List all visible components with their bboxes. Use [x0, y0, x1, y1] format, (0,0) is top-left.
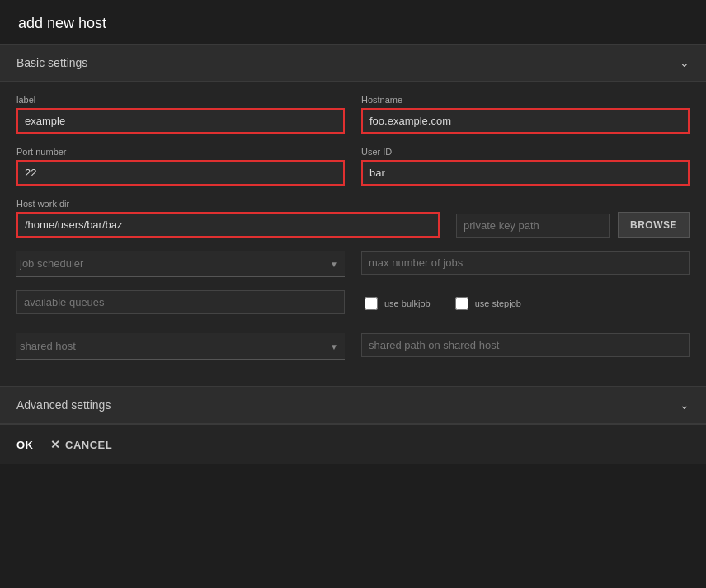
label-input[interactable]	[16, 108, 345, 134]
browse-button[interactable]: BROWSE	[618, 212, 690, 238]
workdir-field: Host work dir	[16, 199, 440, 238]
row-queues-checkboxes: use bulkjob use stepjob	[16, 290, 690, 320]
stepjob-checkbox[interactable]	[455, 297, 468, 310]
available-queues-input[interactable]	[16, 290, 345, 314]
basic-settings-label: Basic settings	[16, 56, 87, 69]
cancel-icon: ✕	[50, 438, 61, 451]
row-scheduler-maxjobs: job scheduler	[16, 251, 690, 277]
max-jobs-input[interactable]	[361, 251, 690, 275]
port-input[interactable]	[16, 160, 345, 186]
stepjob-label: use stepjob	[475, 299, 521, 308]
stepjob-checkbox-item: use stepjob	[455, 297, 521, 310]
label-field-label: label	[16, 95, 345, 105]
userid-label: User ID	[361, 147, 690, 157]
shared-path-field	[361, 333, 690, 360]
checkboxes-field: use bulkjob use stepjob	[361, 290, 690, 320]
page-title: add new host	[0, 0, 706, 44]
shared-path-input[interactable]	[361, 333, 690, 357]
job-scheduler-field: job scheduler	[16, 251, 345, 277]
hostname-field: Hostname	[361, 95, 690, 134]
privatekey-field	[456, 210, 610, 238]
basic-settings-chevron-icon: ⌄	[680, 56, 690, 69]
bulkjob-checkbox[interactable]	[365, 297, 378, 310]
userid-field: User ID	[361, 147, 690, 186]
basic-settings-body: label Hostname Port number User ID Host …	[0, 82, 706, 386]
row-workdir-privatekey: Host work dir BROWSE	[16, 199, 690, 238]
label-field: label	[16, 95, 345, 134]
footer: OK ✕ CANCEL	[0, 424, 706, 464]
row-port-userid: Port number User ID	[16, 147, 690, 186]
ok-button[interactable]: OK	[16, 439, 34, 451]
privatekey-input[interactable]	[456, 214, 610, 238]
privatekey-browse-group: BROWSE	[456, 199, 690, 238]
available-queues-field	[16, 290, 345, 320]
bulkjob-checkbox-item: use bulkjob	[365, 297, 431, 310]
checkbox-group: use bulkjob use stepjob	[361, 290, 690, 320]
advanced-settings-header[interactable]: Advanced settings ⌄	[0, 386, 706, 424]
port-field: Port number	[16, 147, 345, 186]
advanced-settings-label: Advanced settings	[16, 398, 111, 412]
shared-host-select[interactable]: shared host	[16, 333, 345, 360]
shared-host-wrapper: shared host	[16, 333, 345, 360]
workdir-input[interactable]	[16, 212, 440, 238]
shared-host-field: shared host	[16, 333, 345, 360]
job-scheduler-wrapper: job scheduler	[16, 251, 345, 277]
workdir-label: Host work dir	[16, 199, 440, 209]
row-label-hostname: label Hostname	[16, 95, 690, 134]
hostname-label: Hostname	[361, 95, 690, 105]
cancel-button[interactable]: ✕ CANCEL	[50, 438, 113, 451]
max-jobs-field	[361, 251, 690, 277]
cancel-label: CANCEL	[65, 439, 112, 451]
advanced-settings-chevron-icon: ⌄	[680, 398, 690, 412]
userid-input[interactable]	[361, 160, 690, 186]
job-scheduler-select[interactable]: job scheduler	[16, 251, 345, 277]
basic-settings-header[interactable]: Basic settings ⌄	[0, 44, 706, 82]
port-label: Port number	[16, 147, 345, 157]
bulkjob-label: use bulkjob	[384, 299, 431, 308]
hostname-input[interactable]	[361, 108, 690, 134]
row-shared: shared host	[16, 333, 690, 360]
